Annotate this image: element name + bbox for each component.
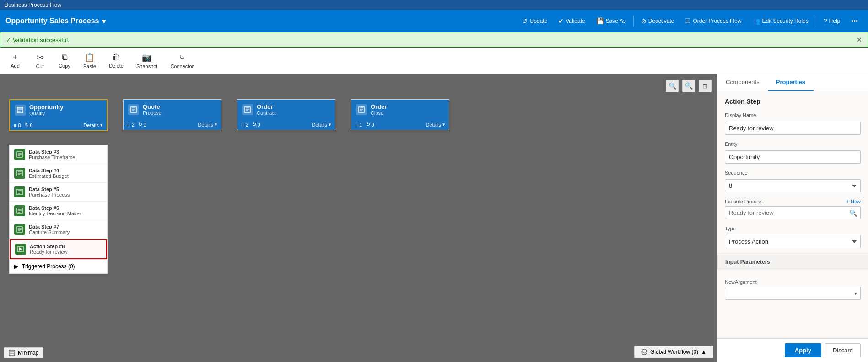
- snapshot-label: Snapshot: [136, 64, 157, 69]
- step-3-item[interactable]: Data Step #3 Purchase Timeframe: [10, 145, 107, 164]
- order-close-node[interactable]: Order Close ≡1 ↻0 Details ▾: [351, 99, 449, 130]
- connector-icon: ⤷: [178, 53, 185, 63]
- cut-icon: ✂: [37, 53, 43, 63]
- panel-section-title: Action Step: [725, 98, 861, 105]
- minimap-bar[interactable]: Minimap: [4, 347, 43, 358]
- connector-label: Connector: [170, 64, 194, 69]
- svg-rect-9: [10, 353, 14, 354]
- tab-components[interactable]: Components: [717, 74, 768, 91]
- step-6-desc: Identify Decision Maker: [29, 211, 81, 216]
- execute-process-input[interactable]: [725, 206, 861, 219]
- paste-tool-button[interactable]: 📋 Paste: [78, 51, 102, 71]
- validation-close-icon[interactable]: ✕: [857, 36, 862, 43]
- deactivate-label: Deactivate: [648, 18, 674, 24]
- cut-tool-button[interactable]: ✂ Cut: [28, 51, 51, 71]
- connector-tool-button[interactable]: ⤷ Connector: [165, 51, 199, 71]
- update-label: Update: [529, 18, 547, 24]
- order-process-flow-label: Order Process Flow: [693, 18, 741, 24]
- fit-button[interactable]: ⊡: [699, 80, 712, 92]
- zoom-out-button[interactable]: 🔍: [666, 80, 679, 92]
- update-button[interactable]: ↺ Update: [518, 16, 552, 27]
- global-workflow-chevron[interactable]: ▲: [701, 349, 706, 355]
- step-7-desc: Capture Summary: [29, 229, 70, 235]
- minimap-icon: [9, 350, 15, 356]
- step-8-name: Action Step #8: [30, 244, 68, 249]
- deactivate-button[interactable]: ⊘ Deactivate: [636, 16, 679, 27]
- delete-label: Delete: [109, 63, 124, 69]
- step-7-item[interactable]: Data Step #7 Capture Summary: [10, 220, 107, 239]
- snapshot-tool-button[interactable]: 📷 Snapshot: [131, 51, 163, 71]
- title-chevron[interactable]: ▾: [102, 17, 106, 26]
- triggered-process-label: Triggered Process (0): [22, 263, 75, 270]
- order-process-flow-icon: ☰: [685, 17, 691, 25]
- execute-process-row: Execute Process + New: [725, 199, 861, 204]
- validation-bar: ✓ Validation successful. ✕: [0, 32, 868, 48]
- step-5-item[interactable]: Data Step #5 Purchase Process: [10, 183, 107, 202]
- execute-process-new-link[interactable]: + New: [846, 199, 861, 204]
- order-close-title-wrap: Order Close: [371, 103, 387, 116]
- discard-button[interactable]: Discard: [825, 343, 861, 357]
- order-close-node-footer: ≡1 ↻0 Details ▾: [351, 119, 449, 130]
- step-4-info: Data Step #4 Estimated Budget: [29, 168, 69, 179]
- add-icon: +: [13, 53, 18, 62]
- opportunity-details-button[interactable]: Details ▾: [83, 122, 103, 128]
- right-panel: Components Properties Action Step Displa…: [717, 74, 868, 362]
- more-button[interactable]: •••: [846, 16, 863, 27]
- canvas[interactable]: 🔍 🔍 ⊡ Opportunity Qualify: [0, 74, 717, 362]
- step-4-desc: Estimated Budget: [29, 173, 69, 179]
- add-tool-button[interactable]: + Add: [4, 51, 27, 70]
- order-contract-condition-count: ↻0: [252, 122, 260, 128]
- delete-icon: 🗑: [112, 53, 120, 62]
- type-select[interactable]: Process Action Workflow Action Step: [725, 235, 861, 248]
- step-4-icon: [14, 168, 25, 179]
- step-4-item[interactable]: Data Step #4 Estimated Budget: [10, 164, 107, 183]
- order-process-flow-button[interactable]: ☰ Order Process Flow: [680, 16, 746, 27]
- snapshot-icon: 📷: [142, 53, 152, 63]
- save-as-icon: 💾: [596, 17, 604, 25]
- validation-message: ✓ Validation successful.: [6, 37, 70, 43]
- tab-properties[interactable]: Properties: [768, 74, 814, 91]
- quote-step-count: ≡2: [127, 122, 135, 128]
- global-workflow-bar[interactable]: Global Workflow (0) ▲: [634, 346, 713, 358]
- quote-node[interactable]: Quote Propose ≡2 ↻0 Details ▾: [123, 99, 221, 130]
- execute-process-field-group: Execute Process + New 🔍: [725, 199, 861, 219]
- copy-tool-button[interactable]: ⧉ Copy: [53, 51, 76, 70]
- minimap-label: Minimap: [18, 350, 38, 356]
- display-name-field-group: Display Name: [725, 112, 861, 135]
- step-8-info: Action Step #8 Ready for review: [30, 244, 68, 255]
- step-8-item[interactable]: Action Step #8 Ready for review: [10, 239, 107, 259]
- order-close-node-subtitle: Close: [371, 110, 387, 116]
- step-6-item[interactable]: Data Step #6 Identify Decision Maker: [10, 202, 107, 220]
- new-argument-field-group: NewArgument Option1 Option2 ▾: [725, 277, 861, 300]
- quote-details-button[interactable]: Details ▾: [198, 122, 217, 128]
- display-name-input[interactable]: [725, 122, 861, 135]
- order-contract-node[interactable]: Order Contract ≡2 ↻0 Details ▾: [237, 99, 335, 130]
- new-arg-select[interactable]: Option1 Option2: [725, 287, 861, 300]
- zoom-controls: 🔍 🔍 ⊡: [666, 80, 712, 92]
- zoom-in-button[interactable]: 🔍: [682, 80, 695, 92]
- order-close-node-header: Order Close: [351, 100, 449, 119]
- delete-tool-button[interactable]: 🗑 Delete: [103, 51, 129, 70]
- new-arg-label: NewArgument: [725, 279, 861, 285]
- apply-button[interactable]: Apply: [785, 343, 821, 357]
- opportunity-node-title-wrap: Opportunity Qualify: [29, 104, 63, 116]
- execute-process-search-icon: 🔍: [849, 209, 857, 217]
- help-label: Help: [829, 18, 841, 24]
- triggered-process-row[interactable]: ▶ Triggered Process (0): [10, 259, 107, 273]
- help-button[interactable]: ? Help: [819, 16, 845, 27]
- header: Opportunity Sales Process ▾ ↺ Update ✔ V…: [0, 10, 868, 32]
- edit-security-roles-button[interactable]: 👥 Edit Security Roles: [748, 16, 813, 27]
- step-4-name: Data Step #4: [29, 168, 69, 173]
- save-as-button[interactable]: 💾 Save As: [592, 16, 631, 27]
- order-close-details-button[interactable]: Details ▾: [426, 122, 445, 128]
- quote-node-subtitle: Propose: [143, 110, 162, 116]
- order-contract-details-button[interactable]: Details ▾: [312, 122, 331, 128]
- copy-label: Copy: [59, 63, 70, 69]
- sequence-select[interactable]: 8 1234 567910: [725, 179, 861, 192]
- order-close-node-title: Order: [371, 103, 387, 110]
- edit-security-roles-label: Edit Security Roles: [762, 18, 808, 24]
- validate-button[interactable]: ✔ Validate: [554, 16, 589, 27]
- opportunity-node[interactable]: Opportunity Qualify ≡8 ↻0 Details ▾: [9, 99, 108, 131]
- quote-node-title-wrap: Quote Propose: [143, 103, 162, 116]
- entity-input[interactable]: [725, 150, 861, 164]
